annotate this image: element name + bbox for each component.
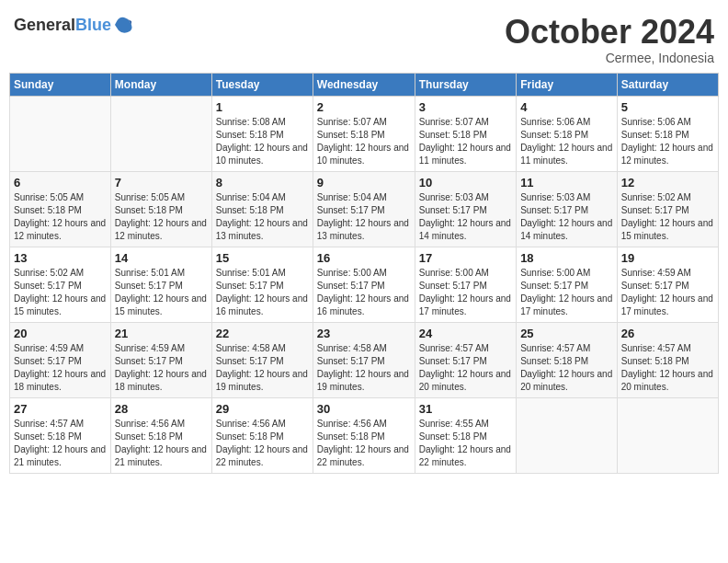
column-header-wednesday: Wednesday — [313, 73, 415, 96]
logo-icon — [113, 14, 135, 36]
calendar-cell: 21Sunrise: 4:59 AM Sunset: 5:17 PM Dayli… — [110, 322, 211, 397]
day-number: 25 — [520, 327, 613, 340]
day-number: 20 — [14, 327, 107, 340]
calendar-cell — [617, 397, 718, 473]
day-info: Sunrise: 5:03 AM Sunset: 5:17 PM Dayligh… — [520, 191, 613, 243]
calendar-cell: 25Sunrise: 4:57 AM Sunset: 5:18 PM Dayli… — [517, 322, 618, 397]
day-info: Sunrise: 4:56 AM Sunset: 5:18 PM Dayligh… — [216, 418, 309, 469]
day-number: 12 — [621, 176, 714, 190]
day-number: 7 — [115, 176, 208, 190]
day-info: Sunrise: 5:00 AM Sunset: 5:17 PM Dayligh… — [317, 267, 411, 318]
calendar-cell: 9Sunrise: 5:04 AM Sunset: 5:17 PM Daylig… — [313, 171, 415, 247]
day-info: Sunrise: 4:55 AM Sunset: 5:18 PM Dayligh… — [419, 418, 512, 469]
week-row-1: 1Sunrise: 5:08 AM Sunset: 5:18 PM Daylig… — [10, 96, 719, 171]
day-number: 9 — [317, 176, 411, 190]
day-info: Sunrise: 5:05 AM Sunset: 5:18 PM Dayligh… — [14, 191, 107, 243]
calendar-cell — [110, 96, 211, 171]
day-number: 21 — [115, 327, 208, 340]
day-number: 26 — [621, 327, 714, 340]
day-info: Sunrise: 5:05 AM Sunset: 5:18 PM Dayligh… — [115, 191, 208, 243]
calendar-cell: 30Sunrise: 4:56 AM Sunset: 5:18 PM Dayli… — [313, 397, 415, 473]
logo: GeneralBlue — [14, 14, 135, 36]
calendar-cell: 6Sunrise: 5:05 AM Sunset: 5:18 PM Daylig… — [10, 171, 111, 247]
calendar-cell: 31Sunrise: 4:55 AM Sunset: 5:18 PM Dayli… — [415, 397, 516, 473]
calendar-cell: 4Sunrise: 5:06 AM Sunset: 5:18 PM Daylig… — [517, 96, 618, 171]
day-info: Sunrise: 4:59 AM Sunset: 5:17 PM Dayligh… — [621, 267, 714, 318]
day-number: 8 — [216, 176, 309, 190]
column-header-thursday: Thursday — [415, 73, 516, 96]
day-info: Sunrise: 5:08 AM Sunset: 5:18 PM Dayligh… — [216, 116, 309, 167]
day-number: 31 — [419, 402, 512, 416]
calendar-cell: 11Sunrise: 5:03 AM Sunset: 5:17 PM Dayli… — [517, 171, 618, 247]
calendar-cell: 17Sunrise: 5:00 AM Sunset: 5:17 PM Dayli… — [415, 247, 516, 322]
day-info: Sunrise: 5:00 AM Sunset: 5:17 PM Dayligh… — [419, 267, 512, 318]
calendar-table: SundayMondayTuesdayWednesdayThursdayFrid… — [9, 73, 719, 474]
day-info: Sunrise: 4:59 AM Sunset: 5:17 PM Dayligh… — [115, 342, 208, 394]
day-number: 1 — [216, 100, 309, 114]
calendar-cell: 14Sunrise: 5:01 AM Sunset: 5:17 PM Dayli… — [110, 247, 211, 322]
day-number: 24 — [419, 327, 512, 340]
day-info: Sunrise: 4:57 AM Sunset: 5:18 PM Dayligh… — [621, 342, 714, 394]
day-number: 23 — [317, 327, 411, 340]
day-number: 18 — [520, 251, 613, 265]
column-header-sunday: Sunday — [10, 73, 111, 96]
calendar-cell: 1Sunrise: 5:08 AM Sunset: 5:18 PM Daylig… — [211, 96, 313, 171]
logo-blue: Blue — [75, 16, 111, 34]
day-number: 27 — [14, 402, 107, 416]
calendar-cell: 18Sunrise: 5:00 AM Sunset: 5:17 PM Dayli… — [517, 247, 618, 322]
calendar-cell: 13Sunrise: 5:02 AM Sunset: 5:17 PM Dayli… — [10, 247, 111, 322]
day-number: 22 — [216, 327, 309, 340]
column-header-monday: Monday — [110, 73, 211, 96]
day-info: Sunrise: 5:06 AM Sunset: 5:18 PM Dayligh… — [621, 116, 714, 167]
day-info: Sunrise: 4:58 AM Sunset: 5:17 PM Dayligh… — [317, 342, 411, 394]
calendar-cell: 28Sunrise: 4:56 AM Sunset: 5:18 PM Dayli… — [110, 397, 211, 473]
day-info: Sunrise: 4:56 AM Sunset: 5:18 PM Dayligh… — [317, 418, 411, 469]
day-info: Sunrise: 5:03 AM Sunset: 5:17 PM Dayligh… — [419, 191, 512, 243]
day-number: 13 — [14, 251, 107, 265]
month-title: October 2024 — [505, 14, 714, 51]
day-number: 2 — [317, 100, 411, 114]
day-number: 11 — [520, 176, 613, 190]
calendar-cell: 7Sunrise: 5:05 AM Sunset: 5:18 PM Daylig… — [110, 171, 211, 247]
day-number: 19 — [621, 251, 714, 265]
day-number: 10 — [419, 176, 512, 190]
calendar-cell: 2Sunrise: 5:07 AM Sunset: 5:18 PM Daylig… — [313, 96, 415, 171]
day-number: 3 — [419, 100, 512, 114]
day-number: 16 — [317, 251, 411, 265]
day-info: Sunrise: 5:07 AM Sunset: 5:18 PM Dayligh… — [317, 116, 411, 167]
day-info: Sunrise: 5:01 AM Sunset: 5:17 PM Dayligh… — [216, 267, 309, 318]
week-row-4: 20Sunrise: 4:59 AM Sunset: 5:17 PM Dayli… — [10, 322, 719, 397]
day-info: Sunrise: 5:04 AM Sunset: 5:18 PM Dayligh… — [216, 191, 309, 243]
day-info: Sunrise: 4:57 AM Sunset: 5:17 PM Dayligh… — [419, 342, 512, 394]
day-info: Sunrise: 5:06 AM Sunset: 5:18 PM Dayligh… — [520, 116, 613, 167]
week-row-2: 6Sunrise: 5:05 AM Sunset: 5:18 PM Daylig… — [10, 171, 719, 247]
calendar-cell: 23Sunrise: 4:58 AM Sunset: 5:17 PM Dayli… — [313, 322, 415, 397]
day-info: Sunrise: 5:04 AM Sunset: 5:17 PM Dayligh… — [317, 191, 411, 243]
calendar-cell — [10, 96, 111, 171]
title-block: October 2024 Cermee, Indonesia — [505, 14, 714, 65]
calendar-cell: 16Sunrise: 5:00 AM Sunset: 5:17 PM Dayli… — [313, 247, 415, 322]
calendar-cell: 12Sunrise: 5:02 AM Sunset: 5:17 PM Dayli… — [617, 171, 718, 247]
calendar-cell: 5Sunrise: 5:06 AM Sunset: 5:18 PM Daylig… — [617, 96, 718, 171]
column-header-saturday: Saturday — [617, 73, 718, 96]
day-info: Sunrise: 4:57 AM Sunset: 5:18 PM Dayligh… — [520, 342, 613, 394]
day-info: Sunrise: 5:00 AM Sunset: 5:17 PM Dayligh… — [520, 267, 613, 318]
day-number: 29 — [216, 402, 309, 416]
calendar-cell: 22Sunrise: 4:58 AM Sunset: 5:17 PM Dayli… — [211, 322, 313, 397]
week-row-5: 27Sunrise: 4:57 AM Sunset: 5:18 PM Dayli… — [10, 397, 719, 473]
calendar-cell: 8Sunrise: 5:04 AM Sunset: 5:18 PM Daylig… — [211, 171, 313, 247]
calendar-cell: 10Sunrise: 5:03 AM Sunset: 5:17 PM Dayli… — [415, 171, 516, 247]
day-number: 4 — [520, 100, 613, 114]
day-number: 17 — [419, 251, 512, 265]
day-info: Sunrise: 4:58 AM Sunset: 5:17 PM Dayligh… — [216, 342, 309, 394]
day-number: 28 — [115, 402, 208, 416]
logo-general: General — [14, 16, 75, 34]
calendar-cell: 24Sunrise: 4:57 AM Sunset: 5:17 PM Dayli… — [415, 322, 516, 397]
day-number: 30 — [317, 402, 411, 416]
page-header: GeneralBlue October 2024 Cermee, Indones… — [9, 9, 719, 65]
calendar-cell: 15Sunrise: 5:01 AM Sunset: 5:17 PM Dayli… — [211, 247, 313, 322]
day-number: 5 — [621, 100, 714, 114]
day-info: Sunrise: 5:02 AM Sunset: 5:17 PM Dayligh… — [14, 267, 107, 318]
day-info: Sunrise: 5:07 AM Sunset: 5:18 PM Dayligh… — [419, 116, 512, 167]
column-header-friday: Friday — [517, 73, 618, 96]
